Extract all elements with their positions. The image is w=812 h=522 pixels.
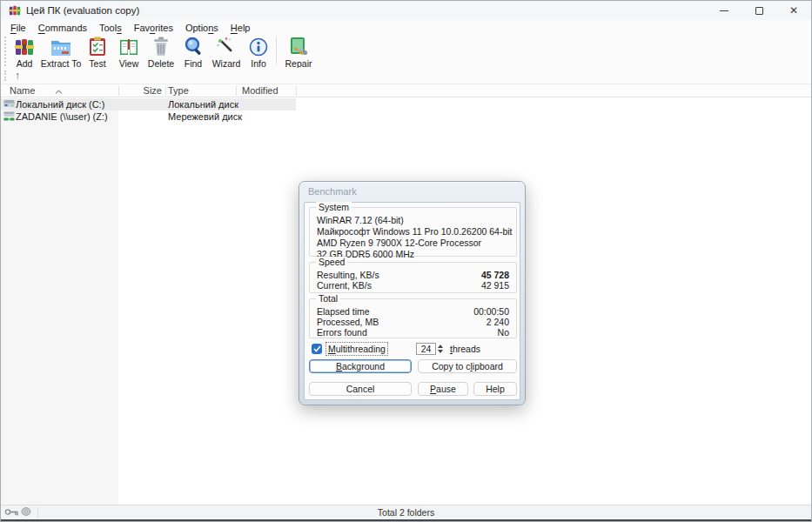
threads-input[interactable]: 24 bbox=[416, 343, 436, 355]
extract-folder-icon bbox=[50, 36, 72, 57]
find-button[interactable]: Find bbox=[178, 35, 209, 69]
column-divider[interactable] bbox=[118, 86, 119, 96]
speed-current-label: Current, KB/s bbox=[317, 280, 372, 291]
threads-label: threads bbox=[450, 343, 480, 355]
menu-file[interactable]: File bbox=[4, 22, 32, 34]
address-bar-gripper[interactable] bbox=[4, 70, 6, 81]
total-errors-value: No bbox=[498, 327, 509, 338]
speed-group: Speed Resulting, KB/s 45 728 Current, KB… bbox=[309, 262, 517, 293]
winrar-books-icon bbox=[14, 36, 35, 57]
window-controls: ✕ bbox=[707, 1, 811, 20]
close-button[interactable]: ✕ bbox=[776, 1, 811, 20]
wizard-button[interactable]: Wizard bbox=[209, 35, 244, 69]
close-icon: ✕ bbox=[789, 5, 798, 16]
maximize-icon bbox=[755, 7, 763, 15]
winrar-window: Цей ПК (evaluation copy) ✕ File Commands… bbox=[0, 0, 812, 522]
file-name: ZADANIE (\\user) (Z:) bbox=[16, 110, 108, 123]
speed-resulting-row: Resulting, KB/s 45 728 bbox=[310, 270, 516, 280]
view-book-icon bbox=[118, 36, 139, 57]
info-button[interactable]: Info bbox=[244, 35, 273, 69]
multithreading-row: Multithreading 24 threads bbox=[305, 343, 520, 357]
speed-current-value: 42 915 bbox=[481, 280, 509, 291]
column-divider[interactable] bbox=[296, 86, 297, 96]
speed-resulting-label: Resulting, KB/s bbox=[317, 270, 379, 280]
file-row-local-disk[interactable]: Локальний диск (C:) Локальний диск bbox=[1, 98, 296, 110]
menu-bar: File Commands Tools Favorites Options He… bbox=[1, 20, 811, 35]
window-bottom-edge bbox=[1, 519, 811, 521]
speed-resulting-value: 45 728 bbox=[481, 270, 509, 280]
copy-to-clipboard-button[interactable]: Copy to clipboard bbox=[418, 359, 517, 373]
up-directory-button[interactable]: ↑ bbox=[10, 70, 25, 82]
toolbar-gripper[interactable] bbox=[4, 37, 6, 66]
file-type: Локальний диск bbox=[168, 98, 238, 110]
winrar-app-icon bbox=[9, 4, 21, 17]
file-row-network-drive[interactable]: ZADANIE (\\user) (Z:) Мережевий диск bbox=[1, 110, 296, 123]
system-line-os: Майкрософт Windows 11 Pro 10.0.26200 64-… bbox=[317, 226, 509, 238]
minimize-icon bbox=[720, 10, 728, 11]
stepper-down-icon[interactable] bbox=[438, 350, 443, 353]
column-divider[interactable] bbox=[165, 86, 166, 96]
toolbar: Add Extract To Test View Delete bbox=[1, 35, 811, 68]
total-processed-value: 2 240 bbox=[487, 317, 509, 327]
status-total-folders: Total 2 folders bbox=[1, 507, 811, 518]
test-button[interactable]: Test bbox=[82, 35, 113, 69]
view-button[interactable]: View bbox=[113, 35, 144, 69]
total-processed-label: Processed, MB bbox=[317, 317, 379, 327]
total-errors-row: Errors found No bbox=[310, 327, 516, 338]
system-group: System WinRAR 7.12 (64-bit) Майкрософт W… bbox=[309, 207, 517, 257]
help-button[interactable]: Help bbox=[473, 382, 517, 396]
file-name: Локальний диск (C:) bbox=[16, 98, 104, 110]
total-elapsed-value: 00:00:50 bbox=[473, 306, 509, 317]
total-group-label: Total bbox=[316, 293, 340, 304]
system-group-label: System bbox=[316, 202, 352, 212]
multithreading-checkbox[interactable] bbox=[312, 344, 322, 354]
benchmark-dialog-title[interactable]: Benchmark bbox=[308, 186, 357, 197]
sorted-column-tint bbox=[1, 98, 118, 506]
system-line-cpu: AMD Ryzen 9 7900X 12-Core Processor bbox=[317, 238, 509, 249]
total-elapsed-label: Elapsed time bbox=[317, 306, 370, 317]
test-checklist-icon bbox=[89, 36, 106, 57]
magnifier-icon bbox=[184, 36, 204, 57]
menu-options[interactable]: Options bbox=[179, 22, 225, 34]
minimize-button[interactable] bbox=[707, 1, 742, 20]
column-header-type[interactable]: Type bbox=[168, 84, 189, 97]
column-header-modified[interactable]: Modified bbox=[242, 84, 278, 97]
check-icon bbox=[313, 345, 321, 352]
repair-button[interactable]: Repair bbox=[279, 35, 318, 69]
local-drive-icon bbox=[3, 99, 15, 111]
window-title: Цей ПК (evaluation copy) bbox=[26, 5, 139, 16]
add-button[interactable]: Add bbox=[9, 35, 40, 69]
status-bar: Total 2 folders bbox=[1, 505, 811, 519]
title-bar[interactable]: Цей ПК (evaluation copy) ✕ bbox=[1, 1, 811, 20]
cancel-button[interactable]: Cancel bbox=[309, 382, 412, 396]
benchmark-dialog: Benchmark System WinRAR 7.12 (64-bit) Ма… bbox=[299, 181, 526, 405]
background-button[interactable]: Background bbox=[309, 359, 412, 373]
benchmark-dialog-body: System WinRAR 7.12 (64-bit) Майкрософт W… bbox=[304, 202, 520, 400]
sort-ascending-icon bbox=[55, 85, 63, 96]
multithreading-label[interactable]: Multithreading bbox=[326, 343, 387, 355]
total-processed-row: Processed, MB 2 240 bbox=[310, 317, 516, 327]
menu-commands[interactable]: Commands bbox=[32, 22, 93, 34]
file-list-header: Name Size Type Modified bbox=[1, 84, 811, 97]
pause-button[interactable]: Pause bbox=[418, 382, 468, 396]
menu-tools[interactable]: Tools bbox=[93, 22, 128, 34]
column-header-size[interactable]: Size bbox=[123, 84, 162, 97]
delete-button[interactable]: Delete bbox=[144, 35, 178, 69]
maximize-button[interactable] bbox=[742, 1, 776, 20]
column-header-name[interactable]: Name bbox=[10, 84, 35, 97]
menu-favorites[interactable]: Favorites bbox=[128, 22, 179, 34]
total-errors-label: Errors found bbox=[317, 327, 367, 338]
menu-help[interactable]: Help bbox=[225, 22, 257, 34]
extract-to-button[interactable]: Extract To bbox=[40, 35, 82, 69]
toolbar-separator bbox=[276, 37, 277, 64]
stepper-up-icon[interactable] bbox=[438, 345, 443, 348]
info-circle-icon bbox=[249, 36, 268, 57]
trash-icon bbox=[152, 36, 170, 57]
address-bar: ↑ bbox=[1, 68, 811, 84]
system-line-winrar: WinRAR 7.12 (64-bit) bbox=[317, 215, 509, 226]
threads-stepper bbox=[438, 343, 446, 355]
total-group: Total Elapsed time 00:00:50 Processed, M… bbox=[309, 298, 517, 338]
column-divider[interactable] bbox=[236, 86, 237, 96]
repair-book-icon bbox=[288, 36, 309, 57]
magic-wand-icon bbox=[216, 36, 237, 57]
